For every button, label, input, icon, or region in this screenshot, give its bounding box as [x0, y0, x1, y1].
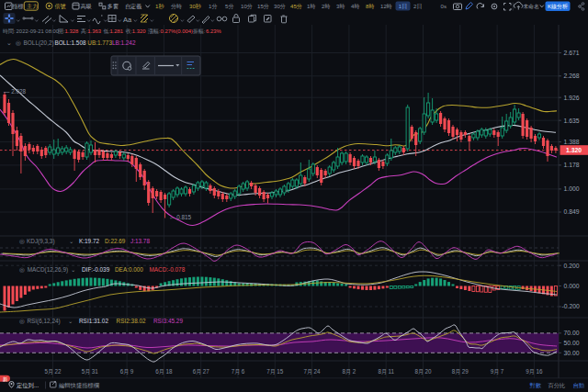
svg-text:30分: 30分	[274, 3, 286, 9]
svg-text:倍號: 倍號	[55, 3, 66, 10]
svg-text:0.200: 0.200	[564, 263, 580, 269]
svg-text:1.926: 1.926	[564, 95, 580, 101]
svg-text:RSI2:38.02: RSI2:38.02	[117, 318, 146, 324]
svg-text:2時: 2時	[322, 3, 330, 9]
svg-text:8月 20: 8月 20	[414, 368, 432, 375]
svg-text:指標: 指標	[11, 3, 23, 10]
svg-text:0.27%(0.004): 0.27%(0.004)	[161, 28, 193, 34]
svg-text:8月 11: 8月 11	[378, 368, 394, 375]
svg-text:2.268: 2.268	[564, 73, 580, 79]
svg-text:KDJ(9,3,3): KDJ(9,3,3)	[27, 238, 55, 245]
svg-text:MACD(12,26,9): MACD(12,26,9)	[28, 266, 68, 274]
svg-text:1.363: 1.363	[87, 28, 101, 34]
svg-text:時間:: 時間:	[3, 28, 16, 35]
svg-text:⌄: ⌄	[69, 238, 74, 244]
svg-text:— 2.028: — 2.028	[4, 88, 27, 95]
svg-text:RSI3:45.29: RSI3:45.29	[153, 318, 183, 324]
svg-text:5分: 5分	[225, 3, 233, 9]
svg-text:UB:1.773: UB:1.773	[87, 39, 112, 46]
svg-text:12時: 12時	[380, 3, 392, 9]
svg-text:Aa: Aa	[123, 16, 132, 24]
svg-text:0s: 0s	[441, 3, 447, 9]
svg-text:0.000: 0.000	[564, 283, 580, 289]
svg-text:1.328: 1.328	[65, 28, 79, 34]
svg-text:2.671: 2.671	[564, 50, 580, 56]
svg-text:8時: 8時	[366, 3, 374, 9]
svg-text:漲幅:: 漲幅:	[147, 28, 161, 35]
svg-text:4時: 4時	[351, 3, 359, 9]
svg-text:◎: ◎	[19, 318, 25, 324]
svg-text:3時: 3時	[336, 3, 345, 9]
svg-text:BOLL:1.508: BOLL:1.508	[54, 39, 86, 46]
svg-text:新: 新	[3, 376, 8, 382]
svg-text:振幅:: 振幅:	[193, 28, 206, 35]
svg-text:7月 6: 7月 6	[232, 368, 245, 375]
svg-text:多窗: 多窗	[107, 3, 119, 10]
svg-text:45分: 45分	[290, 3, 302, 9]
svg-text:高級: 高級	[81, 3, 93, 9]
svg-text:9月 7: 9月 7	[491, 368, 504, 375]
svg-text:5月 31: 5月 31	[82, 368, 99, 375]
svg-text:1.000: 1.000	[564, 185, 580, 192]
svg-text:6月 9: 6月 9	[120, 368, 134, 375]
svg-text:未命名: 未命名	[524, 4, 539, 10]
svg-text:◎: ◎	[16, 39, 21, 46]
svg-text:2日: 2日	[413, 3, 422, 10]
svg-text:1.320: 1.320	[132, 28, 146, 34]
svg-text:1.178: 1.178	[564, 162, 580, 168]
svg-text:0.849: 0.849	[564, 208, 580, 215]
svg-text:LB:1.242: LB:1.242	[112, 39, 136, 46]
svg-text:1.281: 1.281	[109, 28, 123, 34]
svg-text:自定義: 自定義	[125, 3, 141, 10]
svg-text:10分: 10分	[241, 3, 253, 9]
svg-text:MACD:-0.078: MACD:-0.078	[150, 266, 186, 273]
svg-text:1日: 1日	[399, 3, 407, 10]
svg-text:-0.200: -0.200	[562, 303, 580, 309]
svg-text:對數: 對數	[530, 382, 542, 388]
svg-text:30.00: 30.00	[564, 350, 580, 356]
svg-text:編輯快捷指標欄: 編輯快捷指標欄	[58, 382, 100, 389]
svg-text:RSI(6,12,24): RSI(6,12,24)	[27, 318, 60, 325]
svg-text:5月 22: 5月 22	[44, 368, 62, 375]
svg-text:6月 27: 6月 27	[193, 368, 210, 375]
svg-text:RSI1:31.02: RSI1:31.02	[79, 318, 108, 324]
svg-text:7月 24: 7月 24	[304, 368, 322, 375]
svg-text:⌄: ⌄	[68, 318, 73, 324]
svg-text:30秒: 30秒	[189, 3, 202, 10]
svg-text:9月 16: 9月 16	[526, 368, 543, 375]
svg-text:◎: ◎	[19, 266, 25, 273]
svg-text:1.388: 1.388	[564, 139, 580, 145]
svg-text:DIF:-0.039: DIF:-0.039	[82, 266, 110, 273]
svg-text:百分比: 百分比	[548, 382, 566, 389]
svg-text:⌄: ⌄	[6, 39, 12, 46]
svg-text:1.320: 1.320	[566, 147, 582, 153]
svg-text:K線分析: K線分析	[548, 4, 568, 9]
svg-text:DEA:0.000: DEA:0.000	[115, 266, 143, 273]
svg-text:8月 2: 8月 2	[343, 368, 356, 375]
svg-text:BOLL(20,2): BOLL(20,2)	[24, 39, 54, 47]
svg-text:分時: 分時	[171, 3, 182, 9]
svg-text:← 0.815: ← 0.815	[169, 214, 192, 220]
svg-text:70.00: 70.00	[564, 330, 580, 336]
svg-text:50.00: 50.00	[564, 340, 580, 346]
svg-text:◎: ◎	[19, 238, 25, 244]
svg-text:1時: 1時	[307, 3, 315, 9]
svg-text:7月 15: 7月 15	[266, 368, 284, 375]
svg-text:1秒: 1秒	[155, 3, 164, 10]
svg-text:D:22.69: D:22.69	[105, 238, 126, 244]
svg-text:1分: 1分	[209, 3, 217, 9]
svg-text:2022-09-21 08:00: 2022-09-21 08:00	[17, 28, 60, 34]
svg-text:定位到...: 定位到...	[17, 382, 39, 389]
svg-text:6.23%: 6.23%	[206, 28, 221, 34]
svg-text:K:19.72: K:19.72	[79, 238, 99, 244]
svg-text:6月 18: 6月 18	[155, 368, 173, 375]
svg-text:8月 29: 8月 29	[452, 368, 469, 375]
svg-text:15分: 15分	[257, 3, 269, 9]
svg-text:自動: 自動	[573, 382, 585, 388]
svg-text:1.635: 1.635	[564, 118, 580, 124]
svg-text:J:13.78: J:13.78	[130, 238, 150, 244]
svg-text:⌄: ⌄	[71, 266, 75, 273]
svg-text:主力: 主力	[26, 3, 38, 9]
